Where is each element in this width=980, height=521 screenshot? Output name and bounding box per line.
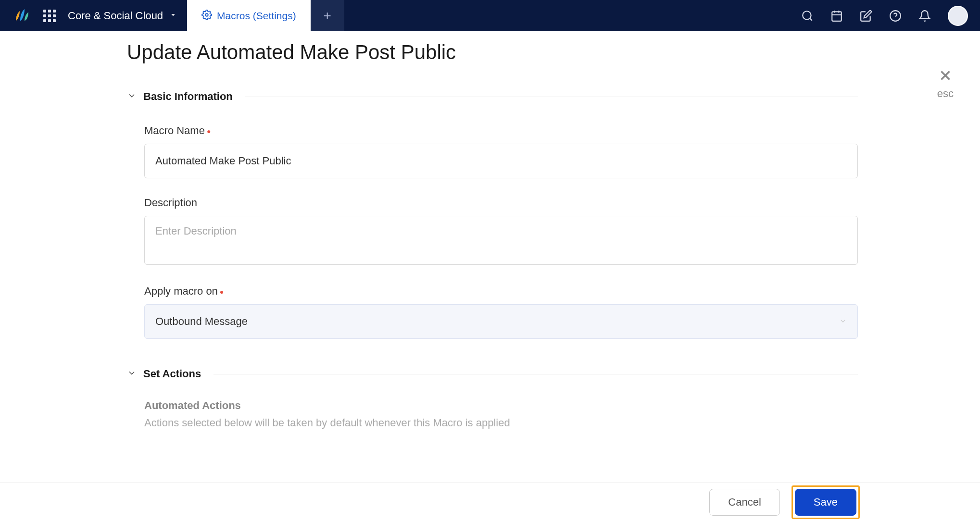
save-button[interactable]: Save [795, 489, 856, 516]
tab-macros-settings[interactable]: Macros (Settings) [187, 0, 311, 31]
help-icon[interactable] [889, 10, 902, 22]
macro-name-label: Macro Name● [144, 124, 858, 137]
save-highlight: Save [792, 485, 860, 519]
svg-point-1 [803, 11, 811, 19]
workspace-switcher[interactable]: Core & Social Cloud [68, 10, 187, 22]
automated-actions-title: Automated Actions [144, 399, 858, 412]
description-input[interactable] [144, 216, 858, 265]
user-avatar[interactable] [948, 6, 968, 26]
cancel-button[interactable]: Cancel [709, 489, 779, 516]
esc-label: esc [937, 87, 954, 100]
section-set-actions-header[interactable]: Set Actions [127, 368, 858, 380]
tab-label: Macros (Settings) [217, 10, 296, 22]
plus-icon: + [323, 8, 331, 24]
chevron-down-icon [839, 315, 847, 328]
divider [214, 374, 858, 374]
chevron-down-icon [169, 10, 177, 22]
apply-macro-on-label: Apply macro on● [144, 285, 858, 298]
svg-line-2 [810, 18, 812, 21]
chevron-down-icon [127, 368, 137, 380]
gear-icon [201, 10, 212, 22]
search-icon[interactable] [801, 10, 814, 22]
divider [245, 97, 858, 97]
macro-name-input[interactable] [144, 144, 858, 178]
select-value: Outbound Message [155, 315, 248, 328]
svg-rect-3 [832, 12, 842, 21]
automated-actions-desc: Actions selected below will be taken by … [144, 417, 858, 429]
close-icon [937, 67, 954, 87]
main-content: esc Update Automated Make Post Public Ba… [0, 31, 980, 483]
description-label: Description [144, 197, 858, 209]
bell-icon[interactable] [918, 10, 931, 22]
app-logo[interactable] [10, 4, 34, 28]
top-navbar: Core & Social Cloud Macros (Settings) + [0, 0, 980, 31]
calendar-icon[interactable] [830, 10, 843, 22]
workspace-name: Core & Social Cloud [68, 10, 163, 22]
chevron-down-icon [127, 91, 137, 102]
apps-menu-icon[interactable] [43, 10, 56, 22]
topbar-actions [801, 6, 980, 26]
footer-actions: Cancel Save [0, 483, 980, 521]
new-tab-button[interactable]: + [311, 0, 344, 31]
compose-icon[interactable] [860, 10, 872, 22]
apply-macro-on-select[interactable]: Outbound Message [144, 304, 858, 339]
section-title: Set Actions [143, 368, 201, 380]
svg-point-0 [205, 13, 208, 16]
section-basic-information-header[interactable]: Basic Information [127, 90, 858, 103]
section-title: Basic Information [143, 90, 233, 103]
close-button[interactable]: esc [937, 67, 954, 100]
page-title: Update Automated Make Post Public [127, 41, 858, 64]
